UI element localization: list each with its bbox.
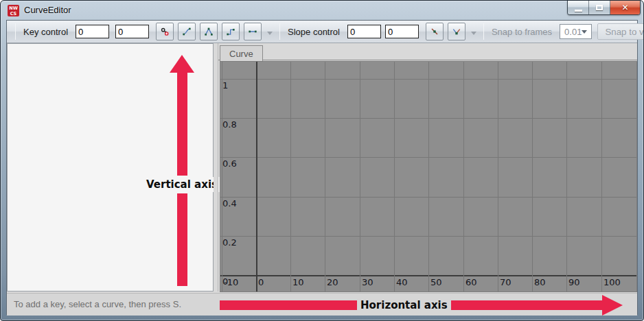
dropdown-arrow-icon [582,30,587,34]
arrow-shaft [220,300,357,310]
toolbar: Key control [7,21,637,43]
x-tick-label: 90 [568,278,580,287]
grid-line-x [222,62,222,292]
grid-frame: 00.20.40.60.81-100102030405060708090100 [220,61,637,292]
arrow-up-icon [170,55,194,73]
slope-line-icon [430,25,439,38]
toolbar-separator [279,23,280,40]
constant-curve-icon [249,25,257,38]
x-tick-label: 10 [292,278,304,287]
key-value-input[interactable] [115,25,149,38]
arrow-shaft [177,73,187,176]
maximize-icon [596,5,603,10]
y-tick-label: 0.6 [222,159,237,169]
slope-out-input[interactable] [385,25,419,38]
curve-grid[interactable]: 00.20.40.60.81-100102030405060708090100 [220,62,636,292]
x-tick-label: 30 [362,278,373,287]
x-tick-label: 100 [603,278,621,287]
arrow-right-icon [602,295,623,316]
x-tick-label: -10 [224,278,238,287]
x-tick-label: 60 [465,278,477,287]
arrow-shaft [177,193,187,286]
grid-line-x [325,62,325,292]
curve-view-panel: Curve 00.20.40.60.81-1001020304050607080… [218,43,637,293]
add-key-icon [161,25,169,38]
window-title: CurveEditor [24,5,71,15]
close-button[interactable]: ✕ [610,1,640,14]
horizontal-axis-label: Horizontal axis [357,298,451,313]
constant-tangent-button[interactable] [244,23,262,40]
arrow-shaft [451,300,602,310]
client-area: Key control [6,20,638,315]
linear-tangent-button[interactable] [200,23,218,40]
window-controls: ✕ [567,1,641,15]
minimize-icon [575,10,582,12]
slope-vee-icon [452,25,461,38]
snap-to-values-label: Snap to values [605,27,644,37]
tab-bar: Curve [218,43,637,60]
tab-label: Curve [229,49,253,59]
grid-line-x [290,62,291,292]
x-tick-label: 40 [396,278,408,287]
app-icon-text-bottom: CS [8,11,19,16]
grid-line-x [256,62,257,292]
horizontal-axis-arrow: Horizontal axis [220,295,623,316]
main-area: Vertical axis Curve 00.20.40.60.81-10010… [7,43,637,293]
broken-slope-button[interactable] [448,23,465,40]
slope-in-input[interactable] [347,25,381,38]
smooth-curve-icon [183,25,191,38]
unified-slope-button[interactable] [426,23,444,40]
add-key-button[interactable] [156,23,174,40]
grid-line-x [428,62,429,292]
app-icon-text-top: NW [8,5,19,11]
toolbar-separator [15,23,16,40]
minimize-button[interactable] [568,1,589,14]
x-tick-label: 0 [258,278,264,287]
status-bar: To add a key, select a curve, then press… [7,293,637,316]
x-tick-label: 50 [430,278,442,287]
step-tangent-button[interactable] [222,23,240,40]
snap-to-frames-value: 0.01 [564,27,582,37]
close-icon: ✕ [621,3,628,12]
key-overflow-arrow[interactable] [267,32,273,35]
vertical-axis-label: Vertical axis [143,177,221,192]
grid-line-x [566,62,567,292]
y-tick-label: 0.2 [222,238,237,248]
slope-overflow-arrow[interactable] [471,32,476,35]
grid-line-x [394,62,395,292]
grid-line-x [360,62,360,292]
curve-list-panel[interactable]: Vertical axis [7,43,214,292]
grid-line-x [532,62,533,292]
key-control-label: Key control [23,27,68,37]
grid-line-x [601,62,602,292]
smooth-tangent-button[interactable] [178,23,196,40]
toolbar-separator [483,23,484,40]
vertical-axis-arrow: Vertical axis [170,55,194,286]
tab-curve[interactable]: Curve [220,45,263,61]
y-tick-label: 1 [222,81,228,91]
x-tick-label: 80 [534,278,546,287]
slope-control-label: Slope control [288,27,340,37]
step-curve-icon [227,25,235,38]
snap-to-values-button[interactable]: Snap to values [597,23,644,40]
grid-line-x [498,62,498,292]
snap-to-frames-label: Snap to frames [492,27,552,37]
y-tick-label: 0.8 [222,120,237,130]
status-message: To add a key, select a curve, then press… [14,299,181,309]
x-tick-label: 20 [327,278,338,287]
app-icon: NW CS [8,5,19,16]
snap-to-frames-dropdown[interactable]: 0.01 [560,24,592,39]
panel-splitter[interactable] [214,43,218,292]
linear-curve-icon [205,25,213,38]
grid-line-x [463,62,464,292]
titlebar[interactable]: NW CS CurveEditor ✕ [1,1,643,20]
curve-editor-window: NW CS CurveEditor ✕ Key control [0,0,644,321]
key-frame-input[interactable] [76,25,109,38]
x-tick-label: 70 [500,278,511,287]
maximize-button[interactable] [589,1,610,14]
y-tick-label: 0.4 [222,199,237,209]
